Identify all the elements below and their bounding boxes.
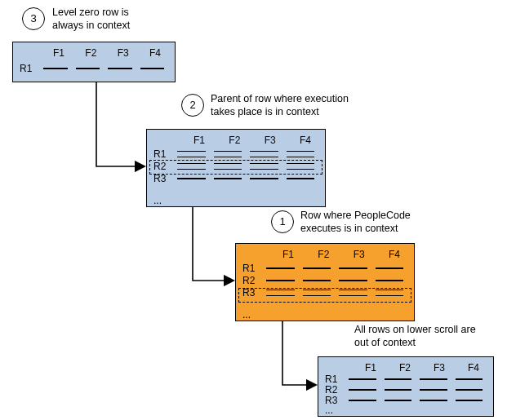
col-header: F1	[358, 362, 384, 374]
col-header: F3	[110, 47, 136, 59]
table-level3-headers: F1 F2 F3 F4	[358, 362, 487, 374]
table-level2-headers: F1 F2 F3 F4	[275, 249, 407, 260]
cell-dash	[303, 280, 331, 281]
cell-dash	[177, 178, 206, 179]
cell-dash	[287, 151, 315, 157]
table-row: R1	[325, 374, 487, 384]
row-label: R2	[242, 275, 262, 286]
caption-level1: Parent of row where execution takes plac…	[211, 93, 349, 118]
cell-dash	[214, 178, 242, 179]
cell-dash	[349, 400, 376, 401]
cell-dash	[140, 68, 165, 69]
cell-dash	[250, 178, 278, 179]
col-header: F2	[310, 249, 336, 260]
rows-ellipsis: ...	[242, 309, 251, 321]
cell-dash	[76, 68, 100, 69]
table-row: R1	[153, 148, 318, 160]
table-level1-headers: F1 F2 F3 F4	[186, 135, 318, 146]
table-row: R2	[242, 275, 407, 286]
step-bubble-3: 3	[22, 7, 45, 30]
cell-dash	[420, 389, 447, 391]
cell-dash	[420, 400, 447, 401]
col-header: F3	[257, 135, 283, 146]
table-level2: F1 F2 F3 F4 R1 R2 R3 ...	[235, 243, 415, 321]
table-row: R1	[20, 62, 168, 75]
cell-dash	[287, 178, 315, 179]
cell-dash	[420, 378, 447, 380]
cell-dash	[303, 267, 331, 269]
table-level0: F1 F2 F3 F4 R1	[12, 42, 176, 82]
cell-dash	[385, 389, 412, 391]
table-level1: F1 F2 F3 F4 R1 R2 R3 ...	[146, 129, 326, 207]
rows-ellipsis: ...	[153, 195, 162, 206]
cell-dash	[349, 389, 376, 391]
col-header: F2	[221, 135, 247, 146]
table-row: R3	[325, 396, 487, 405]
cell-dash	[339, 267, 367, 269]
col-header: F2	[392, 362, 418, 374]
cell-dash	[339, 280, 367, 281]
col-header: F4	[292, 135, 318, 146]
cell-dash	[456, 378, 483, 380]
cell-dash	[266, 267, 295, 269]
cell-dash	[376, 267, 404, 269]
step-bubble-1: 1	[271, 210, 294, 233]
selected-row-indicator	[238, 288, 411, 303]
table-level0-rows: R1	[20, 60, 168, 75]
step-bubble-2: 2	[181, 94, 204, 117]
cell-dash	[250, 151, 278, 157]
col-header: F1	[275, 249, 301, 260]
rows-ellipsis: ...	[325, 405, 333, 416]
table-level3-rows: R1 R2 R3	[325, 374, 487, 405]
diagram-canvas: 3 Level zero row is always in context F1…	[0, 0, 507, 420]
table-level3: F1 F2 F3 F4 R1 R2 R3 ...	[318, 356, 494, 417]
row-label: R1	[325, 374, 345, 385]
cell-dash	[385, 400, 412, 401]
cell-dash	[43, 68, 68, 69]
row-label: R1	[153, 148, 173, 160]
cell-dash	[385, 378, 412, 380]
table-row: R1	[242, 263, 407, 274]
cell-dash	[266, 280, 295, 281]
cell-dash	[456, 389, 483, 391]
caption-level0: Level zero row is always in context	[52, 7, 130, 32]
col-header: F3	[346, 249, 372, 260]
col-header: F3	[426, 362, 452, 374]
cell-dash	[349, 378, 376, 380]
col-header: F1	[186, 135, 212, 146]
row-label: R1	[242, 263, 262, 274]
col-header: F4	[142, 47, 168, 59]
row-label: R1	[20, 63, 39, 74]
col-header: F2	[78, 47, 104, 59]
col-header: F4	[381, 249, 407, 260]
col-header: F4	[460, 362, 487, 374]
cell-dash	[108, 68, 132, 69]
caption-level2: Row where PeopleCode executes is in cont…	[300, 210, 411, 235]
table-row: R2	[325, 385, 487, 395]
cell-dash	[376, 280, 404, 281]
table-row: R3	[153, 173, 318, 184]
row-label: R2	[325, 384, 345, 396]
selected-row-indicator	[149, 160, 322, 175]
col-header: F1	[46, 47, 72, 59]
table-level0-headers: F1 F2 F3 F4	[46, 47, 168, 59]
row-label: R3	[153, 173, 173, 184]
cell-dash	[177, 151, 206, 157]
caption-level3: All rows on lower scroll are out of cont…	[354, 324, 476, 349]
cell-dash	[456, 400, 483, 401]
cell-dash	[214, 151, 242, 157]
